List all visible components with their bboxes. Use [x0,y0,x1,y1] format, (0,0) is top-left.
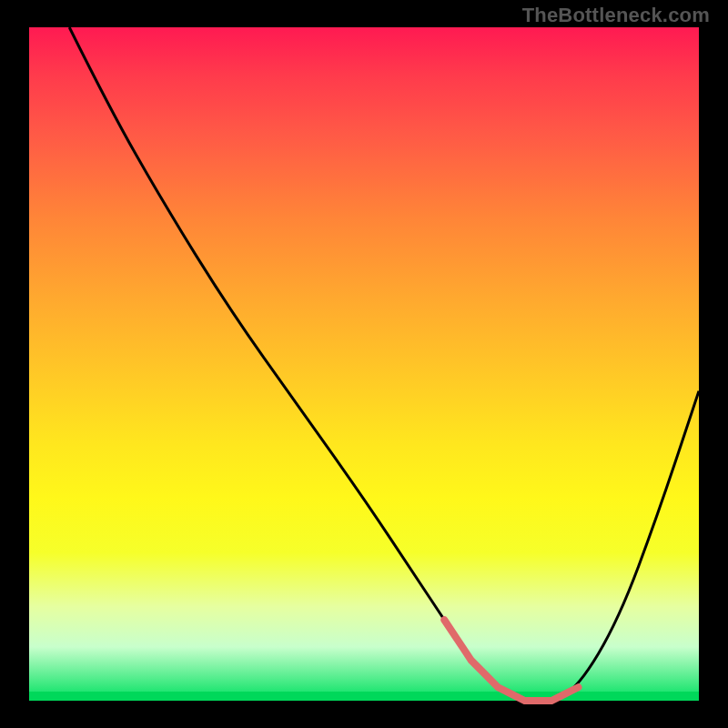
bottleneck-curve [69,27,699,701]
curve-layer [29,27,699,701]
plot-area [29,27,699,701]
chart-stage: TheBottleneck.com [0,0,728,728]
optimal-range-highlight [444,620,578,701]
watermark-text: TheBottleneck.com [522,4,710,27]
